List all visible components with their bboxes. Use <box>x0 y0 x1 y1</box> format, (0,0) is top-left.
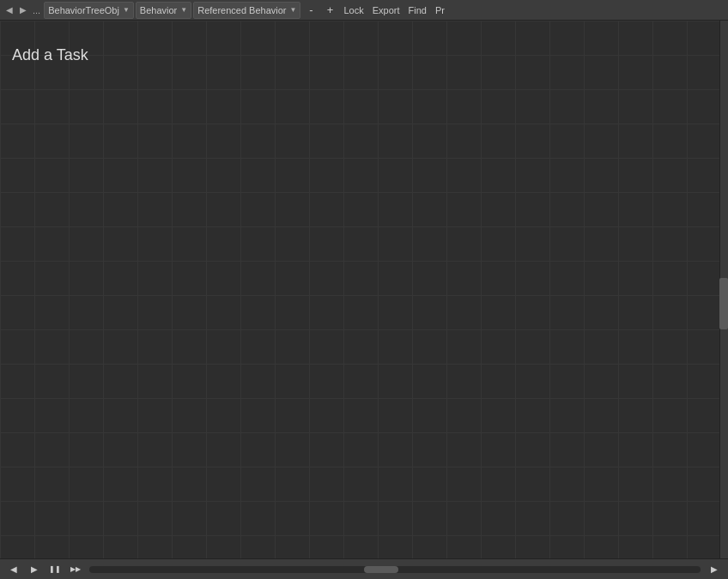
referenced-behavior-arrow: ▼ <box>290 6 297 14</box>
lock-button[interactable]: Lock <box>340 2 367 19</box>
bottom-scrollbar-track[interactable] <box>89 566 701 573</box>
back-button[interactable]: ◀ <box>3 2 15 19</box>
pause-button[interactable]: ❚❚ <box>45 561 65 578</box>
right-scrollbar-track[interactable] <box>719 21 728 558</box>
play-button[interactable]: ▶ <box>24 561 45 578</box>
more-button[interactable]: Pr <box>432 2 448 19</box>
behavior-tree-obj-label: BehaviorTreeObj <box>48 5 119 15</box>
behavior-arrow: ▼ <box>180 6 187 14</box>
right-scrollbar-thumb[interactable] <box>719 278 728 329</box>
breadcrumb-ellipsis: ... <box>31 5 42 15</box>
behavior-tree-obj-dropdown[interactable]: BehaviorTreeObj ▼ <box>44 2 134 19</box>
behavior-label: Behavior <box>140 5 177 15</box>
find-button[interactable]: Find <box>405 2 430 19</box>
plus-button[interactable]: + <box>321 2 338 19</box>
referenced-behavior-label: Referenced Behavior <box>197 5 286 15</box>
scroll-left-button[interactable]: ◀ <box>3 561 24 578</box>
minus-button[interactable]: - <box>302 2 319 19</box>
toolbar: ◀ ▶ ... BehaviorTreeObj ▼ Behavior ▼ Ref… <box>0 0 728 21</box>
canvas-area[interactable]: Add a Task <box>0 21 728 558</box>
referenced-behavior-dropdown[interactable]: Referenced Behavior ▼ <box>193 2 300 19</box>
behavior-dropdown[interactable]: Behavior ▼ <box>136 2 191 19</box>
bottom-scrollbar-thumb[interactable] <box>364 566 398 573</box>
scroll-right-button[interactable]: ▶ <box>704 561 725 578</box>
skip-button[interactable]: ▶▶ <box>65 561 86 578</box>
behavior-tree-obj-arrow: ▼ <box>123 6 130 14</box>
grid-background <box>0 21 728 558</box>
bottom-bar: ◀ ▶ ❚❚ ▶▶ ▶ <box>0 558 728 579</box>
forward-button[interactable]: ▶ <box>17 2 29 19</box>
export-button[interactable]: Export <box>369 2 403 19</box>
